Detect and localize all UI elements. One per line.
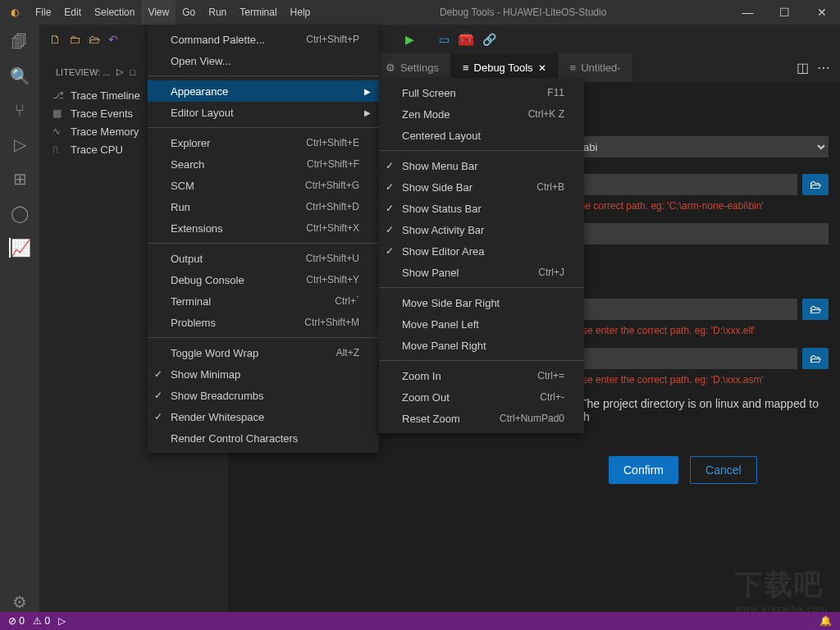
status-play-icon[interactable]: ▷	[58, 615, 66, 627]
undo-icon[interactable]: ↶	[108, 33, 118, 46]
menu-item[interactable]: ✓Show Editor Area	[379, 240, 584, 262]
source-control-icon[interactable]: ⑂	[15, 101, 25, 120]
menu-item[interactable]: Render Control Characters	[148, 427, 379, 449]
sidebar-stop-icon[interactable]: □	[130, 67, 135, 77]
submenu-arrow-icon: ▶	[364, 108, 371, 117]
sidebar-play-icon[interactable]: ▷	[116, 66, 123, 77]
extensions-icon[interactable]: ⊞	[13, 169, 27, 189]
menu-item[interactable]: ✓Show Breadcrumbs	[148, 385, 379, 406]
menu-item[interactable]: Editor Layout▶	[148, 102, 379, 123]
menu-item[interactable]: ✓Show Activity Bar	[379, 219, 584, 240]
keyboard-shortcut: Ctrl+Shift+Y	[281, 274, 359, 285]
menu-item[interactable]: Zoom OutCtrl+-	[379, 386, 584, 408]
check-icon: ✓	[154, 368, 162, 380]
menu-selection[interactable]: Selection	[88, 0, 141, 25]
menu-item[interactable]: Debug ConsoleCtrl+Shift+Y	[148, 269, 379, 290]
circle-icon[interactable]: ◯	[11, 203, 29, 223]
keyboard-shortcut: Ctrl+NumPad0	[475, 413, 564, 424]
run-debug-icon[interactable]: ▷	[14, 135, 26, 154]
elf-path-input[interactable]	[551, 299, 797, 320]
menu-item-label: SCM	[171, 180, 194, 192]
analytics-icon[interactable]: 📈	[9, 238, 31, 258]
menu-help[interactable]: Help	[284, 0, 317, 25]
menu-item[interactable]: ✓Show Status Bar	[379, 198, 584, 219]
menu-item-label: Toggle Word Wrap	[171, 347, 258, 359]
more-actions-icon[interactable]: ⋯	[817, 60, 830, 75]
menu-item-label: Output	[171, 253, 203, 265]
menu-item[interactable]: Zoom InCtrl+=	[379, 365, 584, 386]
error-text-3: Please enter the correct path. eg: 'D:\x…	[563, 374, 829, 386]
menu-item[interactable]: ExtensionsCtrl+Shift+X	[148, 217, 379, 239]
menu-item[interactable]: ProblemsCtrl+Shift+M	[148, 312, 379, 333]
open-icon[interactable]: 🗁	[89, 33, 100, 46]
explorer-icon[interactable]: 🗐	[11, 33, 28, 52]
asm-path-input[interactable]	[551, 348, 797, 369]
toolbox-icon[interactable]: 🧰	[458, 31, 474, 47]
menu-run[interactable]: Run	[202, 0, 233, 25]
menu-item[interactable]: Move Panel Left	[379, 313, 584, 335]
device-icon[interactable]: ▭	[439, 33, 450, 46]
menu-item-label: Zen Mode	[402, 108, 450, 121]
search-icon[interactable]: 🔍	[10, 66, 30, 86]
run-icon[interactable]: ▶	[405, 33, 414, 46]
menu-item[interactable]: Centered Layout	[379, 125, 584, 146]
menu-item[interactable]: Zen ModeCtrl+K Z	[379, 103, 584, 125]
open-folder-icon[interactable]: 🗀	[69, 33, 80, 46]
menu-item[interactable]: Show PanelCtrl+J	[379, 262, 584, 283]
compiler-select[interactable]: ne-eabi	[551, 136, 829, 158]
browse-folder-button-1[interactable]: 🗁	[802, 174, 829, 195]
menu-item[interactable]: RunCtrl+Shift+D	[148, 196, 379, 217]
browse-folder-button-2[interactable]: 🗁	[802, 299, 829, 320]
confirm-button[interactable]: Confirm	[609, 456, 678, 484]
menu-item[interactable]: ✓Show Minimap	[148, 363, 379, 385]
menu-item[interactable]: Reset ZoomCtrl+NumPad0	[379, 408, 584, 429]
settings-gear-icon[interactable]: ⚙	[12, 592, 27, 612]
keyboard-shortcut: Ctrl+J	[514, 267, 564, 278]
menu-terminal[interactable]: Terminal	[233, 0, 283, 25]
keyboard-shortcut: Ctrl+Shift+U	[281, 253, 359, 264]
tab-close-icon[interactable]: ✕	[538, 62, 546, 74]
menu-item[interactable]: ExplorerCtrl+Shift+E	[148, 132, 379, 153]
status-warnings[interactable]: ⚠ 0	[33, 615, 50, 627]
menu-go[interactable]: Go	[176, 0, 202, 25]
split-editor-icon[interactable]: ◫	[797, 60, 809, 75]
tab-icon: ≡	[570, 62, 577, 74]
status-errors[interactable]: ⊘ 0	[8, 615, 25, 627]
menu-item[interactable]: SCMCtrl+Shift+G	[148, 175, 379, 196]
menu-item[interactable]: Toggle Word WrapAlt+Z	[148, 342, 379, 363]
menu-item[interactable]: Full ScreenF11	[379, 82, 584, 103]
error-text-1: ter the correct path. eg: 'C:\arm-none-e…	[563, 200, 829, 212]
cancel-button[interactable]: Cancel	[690, 456, 757, 484]
view-menu-dropdown: Command Palette...Ctrl+Shift+POpen View.…	[148, 25, 379, 453]
link-icon[interactable]: 🔗	[482, 33, 496, 46]
tab-icon: ⚙	[386, 62, 395, 74]
menu-item[interactable]: Move Panel Right	[379, 335, 584, 356]
menu-item[interactable]: ✓Render Whitespace	[148, 406, 379, 427]
menu-file[interactable]: File	[29, 0, 57, 25]
menu-item[interactable]: ✓Show Side BarCtrl+B	[379, 176, 584, 198]
path-input-2[interactable]	[551, 223, 829, 244]
minimize-button[interactable]: —	[729, 0, 766, 25]
menu-item[interactable]: Appearance▶	[148, 80, 379, 102]
menu-item-label: Show Status Bar	[402, 203, 482, 215]
new-file-icon[interactable]: 🗋	[49, 33, 61, 46]
menu-edit[interactable]: Edit	[57, 0, 88, 25]
menu-view[interactable]: View	[141, 0, 176, 25]
maximize-button[interactable]: ☐	[766, 0, 803, 25]
browse-folder-button-3[interactable]: 🗁	[802, 348, 829, 369]
menu-item[interactable]: Command Palette...Ctrl+Shift+P	[148, 29, 379, 50]
menu-item[interactable]: SearchCtrl+Shift+F	[148, 153, 379, 175]
error-text-2: Please enter the correct path. eg: 'D:\x…	[563, 325, 829, 336]
menu-item-label: Run	[171, 201, 190, 213]
menu-item-label: Open View...	[171, 55, 231, 67]
compiler-path-input[interactable]	[551, 174, 797, 195]
menu-item[interactable]: ✓Show Menu Bar	[379, 155, 584, 176]
status-bell-icon[interactable]: 🔔	[819, 615, 832, 627]
title-bar: ◐ FileEditSelectionViewGoRunTerminalHelp…	[0, 0, 840, 25]
close-button[interactable]: ✕	[803, 0, 840, 25]
keyboard-shortcut: Ctrl+Shift+G	[281, 180, 359, 191]
menu-item[interactable]: Move Side Bar Right	[379, 292, 584, 313]
menu-item[interactable]: Open View...	[148, 50, 379, 71]
menu-item[interactable]: OutputCtrl+Shift+U	[148, 248, 379, 269]
menu-item[interactable]: TerminalCtrl+`	[148, 290, 379, 312]
